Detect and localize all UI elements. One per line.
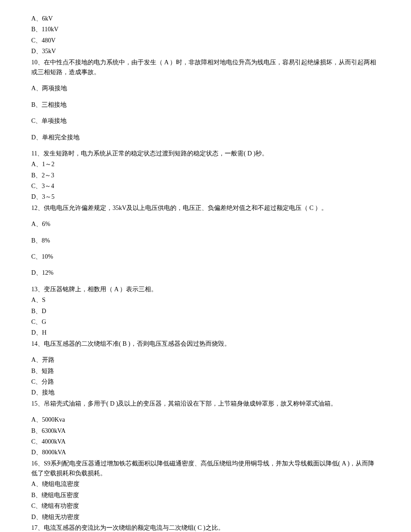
q13-option-c: C、G — [31, 317, 380, 327]
q11-text: 11、发生短路时，电力系统从正常的稳定状态过渡到短路的稳定状态，一般需( D )… — [31, 148, 380, 159]
q10-option-c: C、单项接地 — [31, 116, 380, 126]
q17-text: 17、电流互感器的变流比为一次绕组的额定电流与二次绕组( C )之比。 — [31, 523, 380, 532]
q16-option-d: D、绕组无功密度 — [31, 512, 380, 523]
q12-option-d: D、12% — [31, 268, 380, 278]
q15-option-d: D、8000kVA — [31, 447, 380, 458]
q14-option-c: C、分路 — [31, 377, 380, 387]
q16-option-a: A、绕组电流密度 — [31, 479, 380, 490]
q10-option-a: A、两项接地 — [31, 83, 380, 94]
q10-text: 10、在中性点不接地的电力系统中，由于发生（ A ）时，非故障相对地电位升高为线… — [31, 57, 380, 78]
q14-option-b: B、短路 — [31, 366, 380, 377]
q11-option-c: C、3～4 — [31, 181, 380, 192]
q12-option-b: B、8% — [31, 235, 380, 246]
q14-option-d: D、接地 — [31, 387, 380, 398]
q16-option-b: B、绕组电压密度 — [31, 490, 380, 501]
q16-option-c: C、绕组有功密度 — [31, 501, 380, 511]
q9-option-c: C、480V — [31, 35, 380, 46]
q12-text: 12、供电电压允许偏差规定，35kV及以上电压供电的，电压正、负偏差绝对值之和不… — [31, 203, 380, 214]
q13-option-a: A、S — [31, 295, 380, 306]
q14-option-a: A、开路 — [31, 355, 380, 365]
q9-option-d: D、35kV — [31, 46, 380, 57]
q11-option-a: A、1～2 — [31, 159, 380, 170]
q10-option-b: B、三相接地 — [31, 100, 380, 110]
q12-option-c: C、10% — [31, 251, 380, 262]
q10-option-d: D、单相完全接地 — [31, 132, 380, 143]
q14-text: 14、电压互感器的二次绕组不准( B )，否则电压互感器会因过热而烧毁。 — [31, 339, 380, 349]
q9-option-a: A、6kV — [31, 13, 380, 24]
q15-option-a: A、5000Kva — [31, 415, 380, 425]
q15-text: 15、吊箱壳式油箱，多用于( D )及以上的变压器，其箱沿设在下部，上节箱身做成… — [31, 398, 380, 409]
q15-option-b: B、6300kVA — [31, 426, 380, 436]
q13-option-d: D、H — [31, 327, 380, 338]
q12-option-a: A、6% — [31, 219, 380, 230]
q15-option-c: C、4000kVA — [31, 436, 380, 447]
q11-option-b: B、2～3 — [31, 170, 380, 181]
q13-text: 13、变压器铭牌上，相数用（ A ）表示三相。 — [31, 284, 380, 295]
q13-option-b: B、D — [31, 306, 380, 317]
q11-option-d: D、3～5 — [31, 192, 380, 202]
q9-option-b: B、110kV — [31, 24, 380, 35]
q16-text: 16、S9系列配电变压器通过增加铁芯截面积以降低磁通密度、高低压绕组均使用铜导线… — [31, 458, 380, 479]
